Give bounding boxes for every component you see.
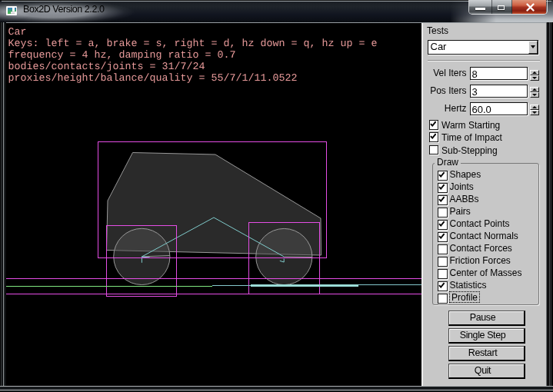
svg-text:frequency = 4 hz, damping rati: frequency = 4 hz, damping ratio = 0.7 (8, 50, 236, 61)
svg-text:Car: Car (8, 27, 27, 38)
svg-text:bodies/contacts/joints = 31/7/: bodies/contacts/joints = 31/7/24 (8, 61, 205, 73)
svg-text:Keys: left = a, brake = s, rig: Keys: left = a, brake = s, right = d, hz… (8, 38, 378, 50)
svg-text:proxies/height/balance/quality: proxies/height/balance/quality = 55/7/1/… (8, 73, 298, 85)
